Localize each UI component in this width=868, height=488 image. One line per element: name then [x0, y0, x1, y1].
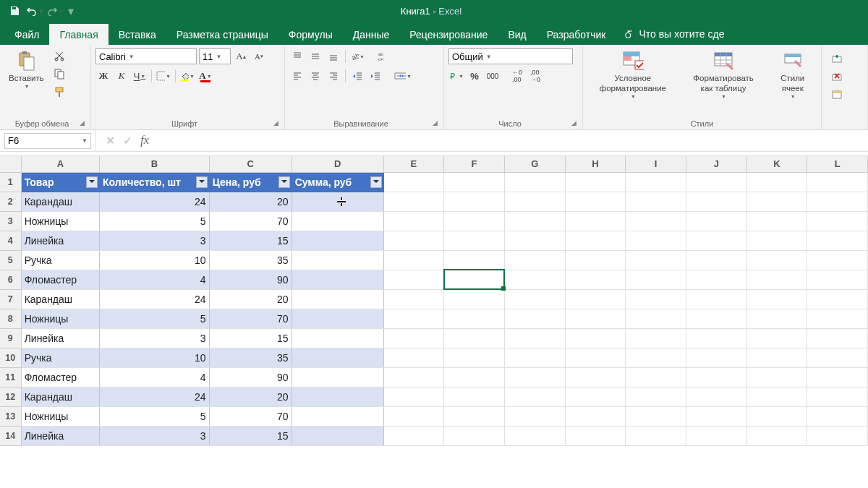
cell-J12[interactable] [686, 387, 746, 406]
formula-input[interactable] [156, 133, 868, 149]
row-header[interactable]: 7 [0, 289, 21, 309]
column-header[interactable]: B [100, 156, 210, 172]
shrink-font-button[interactable]: A▾ [251, 48, 267, 64]
wrap-text-button[interactable]: abc↵ [375, 48, 394, 64]
cell-A7[interactable]: Карандаш [21, 289, 99, 309]
cell-D14[interactable] [292, 426, 383, 445]
filter-dropdown-icon[interactable] [86, 176, 98, 188]
cell-E11[interactable] [383, 367, 444, 387]
cell-J13[interactable] [686, 406, 746, 426]
cell-C11[interactable]: 90 [209, 367, 292, 387]
cell-K7[interactable] [746, 289, 807, 309]
cell-G10[interactable] [504, 348, 565, 367]
cell-H6[interactable] [565, 270, 626, 289]
cell-K10[interactable] [746, 348, 807, 367]
cell-K6[interactable] [746, 270, 807, 289]
delete-cells-button[interactable] [829, 69, 845, 85]
cell-E1[interactable] [383, 172, 444, 192]
row-header[interactable]: 3 [0, 211, 21, 231]
cell-G14[interactable] [504, 426, 565, 445]
cell-G1[interactable] [504, 172, 565, 192]
tab-file[interactable]: Файл [4, 24, 49, 45]
increase-decimal-button[interactable]: ←0,00 [509, 68, 525, 84]
font-color-button[interactable]: A▼ [197, 68, 213, 84]
cell-I9[interactable] [626, 328, 686, 348]
cell-A6[interactable]: Фломастер [21, 270, 99, 289]
align-right-button[interactable] [326, 68, 341, 84]
cell-L14[interactable] [807, 426, 868, 445]
cell-D1[interactable]: Сумма, руб [292, 172, 383, 192]
cell-E7[interactable] [383, 289, 444, 309]
cell-G5[interactable] [504, 250, 565, 270]
cell-L10[interactable] [807, 348, 868, 367]
worksheet-grid[interactable]: ABCDEFGHIJKL1ТоварКоличество, штЦена, ру… [0, 156, 868, 446]
cell-I7[interactable] [626, 289, 686, 309]
paste-button[interactable]: Вставить ▼ [4, 48, 48, 91]
row-header[interactable]: 9 [0, 328, 21, 348]
cell-H14[interactable] [565, 426, 626, 445]
cell-G13[interactable] [504, 406, 565, 426]
grow-font-button[interactable]: A▴ [233, 48, 249, 64]
column-header[interactable]: K [746, 156, 807, 172]
orientation-button[interactable]: ab▼ [349, 48, 365, 64]
decrease-decimal-button[interactable]: ,00→0 [527, 68, 543, 84]
cell-E12[interactable] [383, 387, 444, 406]
cell-H9[interactable] [565, 328, 626, 348]
cell-B8[interactable]: 5 [100, 309, 210, 328]
cell-K5[interactable] [746, 250, 807, 270]
cell-F3[interactable] [444, 211, 505, 231]
cell-K2[interactable] [746, 192, 807, 211]
number-format-combo[interactable]: Общий▼ [448, 48, 573, 64]
cell-B4[interactable]: 3 [100, 231, 210, 250]
cell-K11[interactable] [746, 367, 807, 387]
format-painter-button[interactable] [51, 84, 67, 100]
comma-button[interactable]: 000 [485, 68, 501, 84]
cell-D13[interactable] [292, 406, 383, 426]
row-header[interactable]: 13 [0, 406, 21, 426]
cell-A1[interactable]: Товар [21, 172, 99, 192]
cell-B13[interactable]: 5 [100, 406, 210, 426]
cell-H7[interactable] [565, 289, 626, 309]
cell-A14[interactable]: Линейка [21, 426, 99, 445]
cell-C5[interactable]: 35 [209, 250, 292, 270]
cell-H4[interactable] [565, 231, 626, 250]
cell-I10[interactable] [626, 348, 686, 367]
cell-I3[interactable] [626, 211, 686, 231]
dialog-launcher-icon[interactable]: ◢ [433, 119, 439, 127]
cell-H3[interactable] [565, 211, 626, 231]
dialog-launcher-icon[interactable]: ◢ [571, 119, 578, 127]
cell-F10[interactable] [444, 348, 505, 367]
cell-D11[interactable] [292, 367, 383, 387]
qat-dropdown[interactable]: ▾ [68, 4, 74, 18]
cell-C8[interactable]: 70 [209, 309, 292, 328]
column-header[interactable]: G [504, 156, 565, 172]
select-all-corner[interactable] [0, 156, 21, 172]
cell-B12[interactable]: 24 [100, 387, 210, 406]
cell-C2[interactable]: 20 [209, 192, 292, 211]
cell-J8[interactable] [686, 309, 746, 328]
cell-A10[interactable]: Ручка [21, 348, 99, 367]
cell-I1[interactable] [626, 172, 686, 192]
cell-C7[interactable]: 20 [209, 289, 292, 309]
cell-B7[interactable]: 24 [100, 289, 210, 309]
cell-L5[interactable] [807, 250, 868, 270]
cell-I8[interactable] [626, 309, 686, 328]
copy-button[interactable] [51, 66, 67, 82]
cell-C13[interactable]: 70 [209, 406, 292, 426]
row-header[interactable]: 12 [0, 387, 21, 406]
cell-J6[interactable] [686, 270, 746, 289]
cell-D12[interactable] [292, 387, 383, 406]
cell-C12[interactable]: 20 [209, 387, 292, 406]
cell-H11[interactable] [565, 367, 626, 387]
row-header[interactable]: 2 [0, 192, 21, 211]
cell-C6[interactable]: 90 [209, 270, 292, 289]
format-as-table-button[interactable]: Форматировать как таблицу▼ [689, 48, 757, 101]
redo-button[interactable]: ▼ [46, 2, 64, 20]
cell-L12[interactable] [807, 387, 868, 406]
cell-K14[interactable] [746, 426, 807, 445]
cell-G9[interactable] [504, 328, 565, 348]
cell-L1[interactable] [807, 172, 868, 192]
cell-D3[interactable] [292, 211, 383, 231]
cut-button[interactable] [51, 48, 67, 64]
tab-developer[interactable]: Разработчик [537, 24, 616, 45]
